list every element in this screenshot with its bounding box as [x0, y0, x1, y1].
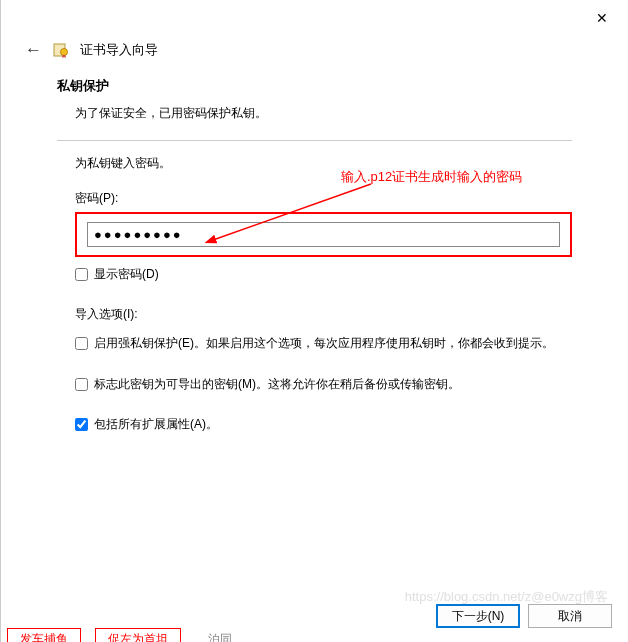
next-button[interactable]: 下一步(N) — [436, 604, 520, 628]
certificate-icon — [52, 41, 70, 59]
strong-protection-label: 启用强私钥保护(E)。如果启用这个选项，每次应用程序使用私钥时，你都会收到提示。 — [94, 333, 554, 353]
wizard-window: ✕ ← 证书导入向导 私钥保护 为了保证安全，已用密码保护私钥。 为私钥键入密码… — [0, 0, 628, 642]
divider — [57, 140, 572, 141]
annotation-text: 输入.p12证书生成时输入的密码 — [341, 168, 522, 186]
cropped-footer: 发车捕鱼 促左为首坦 泊同 — [1, 628, 628, 642]
cancel-button[interactable]: 取消 — [528, 604, 612, 628]
bottom-hint-c: 泊同 — [195, 628, 245, 642]
password-highlight-box — [75, 212, 572, 257]
bottom-hint-b: 促左为首坦 — [95, 628, 181, 642]
section-title: 私钥保护 — [57, 78, 572, 95]
import-options-label: 导入选项(I): — [57, 306, 572, 323]
show-password-checkbox[interactable] — [75, 268, 88, 281]
section-subtitle: 为了保证安全，已用密码保护私钥。 — [57, 105, 572, 122]
header: ← 证书导入向导 — [1, 36, 628, 78]
bottom-hint-a: 发车捕鱼 — [7, 628, 81, 642]
strong-protection-checkbox[interactable] — [75, 337, 88, 350]
button-bar: 下一步(N) 取消 — [436, 604, 612, 628]
extended-attributes-checkbox[interactable] — [75, 418, 88, 431]
titlebar: ✕ — [1, 0, 628, 36]
exportable-key-label: 标志此密钥为可导出的密钥(M)。这将允许你在稍后备份或传输密钥。 — [94, 374, 460, 394]
password-label: 密码(P): — [75, 191, 118, 205]
wizard-title: 证书导入向导 — [80, 42, 158, 59]
extended-attributes-label: 包括所有扩展属性(A)。 — [94, 414, 218, 434]
back-arrow-icon[interactable]: ← — [25, 40, 42, 60]
exportable-key-checkbox[interactable] — [75, 378, 88, 391]
show-password-label: 显示密码(D) — [94, 265, 159, 284]
password-input[interactable] — [87, 222, 560, 247]
close-icon[interactable]: ✕ — [588, 8, 616, 28]
content-area: 私钥保护 为了保证安全，已用密码保护私钥。 — [1, 78, 628, 122]
svg-point-1 — [61, 49, 68, 56]
